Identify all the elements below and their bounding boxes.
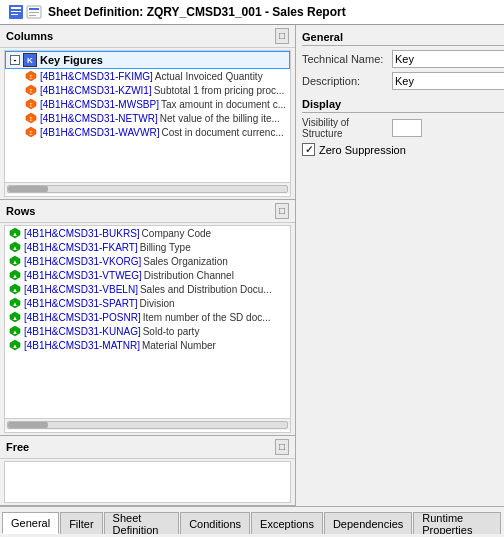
col-item-0[interactable]: Σ [4B1H&CMSD31-FKIMG] Actual Invoiced Qu… [5, 69, 290, 83]
col-code-1: [4B1H&CMSD31-KZWI1] [40, 85, 152, 96]
row-code-4: [4B1H&CMSD31-VBELN] [24, 284, 138, 295]
row-code-3: [4B1H&CMSD31-VTWEG] [24, 270, 142, 281]
svg-rect-6 [29, 12, 39, 13]
row-desc-6: Item number of the SD doc... [143, 312, 271, 323]
svg-text:▲: ▲ [12, 259, 18, 265]
field-icon-0: Σ [25, 70, 37, 82]
row-desc-4: Sales and Distribution Docu... [140, 284, 272, 295]
row-desc-2: Sales Organization [143, 256, 228, 267]
row-item-3[interactable]: ▲ [4B1H&CMSD31-VTWEG] Distribution Chann… [5, 268, 290, 282]
col-item-2[interactable]: Σ [4B1H&CMSD31-MWSBP] Tax amount in docu… [5, 97, 290, 111]
general-title: General [302, 31, 504, 46]
row-desc-7: Sold-to party [143, 326, 200, 337]
col-desc-4: Cost in document currenc... [161, 127, 283, 138]
row-code-2: [4B1H&CMSD31-VKORG] [24, 256, 141, 267]
svg-text:▲: ▲ [12, 273, 18, 279]
tab-conditions[interactable]: Conditions [180, 512, 250, 534]
rows-section-header: Rows □ [0, 200, 295, 223]
svg-text:Σ: Σ [29, 88, 32, 94]
free-content [4, 461, 291, 503]
tab-filter[interactable]: Filter [60, 512, 102, 534]
key-figures-icon: K [23, 53, 37, 67]
row-field-icon-6: ▲ [9, 311, 21, 323]
col-item-3[interactable]: Σ [4B1H&CMSD31-NETWR] Net value of the b… [5, 111, 290, 125]
tab-filter-label: Filter [69, 518, 93, 530]
rows-resize-btn[interactable]: □ [275, 203, 289, 219]
svg-rect-5 [29, 8, 39, 10]
row-item-6[interactable]: ▲ [4B1H&CMSD31-POSNR] Item number of the… [5, 310, 290, 324]
tab-bar: General Filter Sheet Definition Conditio… [0, 506, 504, 534]
col-desc-0: Actual Invoiced Quantity [155, 71, 263, 82]
tab-dependencies-label: Dependencies [333, 518, 403, 530]
col-code-0: [4B1H&CMSD31-FKIMG] [40, 71, 153, 82]
technical-name-input[interactable] [392, 50, 504, 68]
col-desc-3: Net value of the billing ite... [160, 113, 280, 124]
row-item-4[interactable]: ▲ [4B1H&CMSD31-VBELN] Sales and Distribu… [5, 282, 290, 296]
row-item-8[interactable]: ▲ [4B1H&CMSD31-MATNR] Material Number [5, 338, 290, 352]
row-code-6: [4B1H&CMSD31-POSNR] [24, 312, 141, 323]
svg-text:▲: ▲ [12, 315, 18, 321]
row-field-icon-5: ▲ [9, 297, 21, 309]
row-code-0: [4B1H&CMSD31-BUKRS] [24, 228, 140, 239]
title-bar: Sheet Definition: ZQRY_CMSD31_001 - Sale… [0, 0, 504, 25]
rows-tree: ▲ [4B1H&CMSD31-BUKRS] Company Code ▲ [4B… [5, 226, 290, 418]
svg-text:▲: ▲ [12, 301, 18, 307]
field-icon-1: Σ [25, 84, 37, 96]
row-code-7: [4B1H&CMSD31-KUNAG] [24, 326, 141, 337]
rows-scrollbar[interactable] [5, 418, 290, 430]
row-item-1[interactable]: ▲ [4B1H&CMSD31-FKART] Billing Type [5, 240, 290, 254]
row-desc-5: Division [140, 298, 175, 309]
tab-general[interactable]: General [2, 512, 59, 534]
col-code-3: [4B1H&CMSD31-NETWR] [40, 113, 158, 124]
tab-sheet-definition[interactable]: Sheet Definition [104, 512, 180, 534]
columns-root-item[interactable]: - K Key Figures [5, 51, 290, 69]
zero-suppression-checkbox[interactable]: ✓ [302, 143, 315, 156]
row-field-icon-1: ▲ [9, 241, 21, 253]
description-input[interactable] [392, 72, 504, 90]
tab-runtime-properties-label: Runtime Properties [422, 512, 492, 535]
svg-text:▲: ▲ [12, 245, 18, 251]
row-code-8: [4B1H&CMSD31-MATNR] [24, 340, 140, 351]
col-item-1[interactable]: Σ [4B1H&CMSD31-KZWI1] Subtotal 1 from pr… [5, 83, 290, 97]
svg-rect-2 [11, 11, 21, 12]
display-section: Display Visibility of Structure ✓ Zero S… [302, 98, 504, 156]
zero-suppression-row[interactable]: ✓ Zero Suppression [302, 143, 504, 156]
tab-general-label: General [11, 517, 50, 529]
zero-suppression-label: Zero Suppression [319, 144, 406, 156]
tab-runtime-properties[interactable]: Runtime Properties [413, 512, 501, 534]
row-code-5: [4B1H&CMSD31-SPART] [24, 298, 138, 309]
columns-root-label: Key Figures [40, 54, 103, 66]
tab-dependencies[interactable]: Dependencies [324, 512, 412, 534]
rows-label: Rows [6, 205, 35, 217]
technical-name-row: Technical Name: [302, 50, 504, 68]
row-field-icon-7: ▲ [9, 325, 21, 337]
columns-resize-btn[interactable]: □ [275, 28, 289, 44]
columns-scrollbar[interactable] [5, 182, 290, 194]
row-field-icon-0: ▲ [9, 227, 21, 239]
title-icon [8, 4, 42, 20]
window-title: Sheet Definition: ZQRY_CMSD31_001 - Sale… [48, 5, 346, 19]
row-desc-0: Company Code [142, 228, 211, 239]
svg-rect-7 [29, 15, 36, 16]
row-item-0[interactable]: ▲ [4B1H&CMSD31-BUKRS] Company Code [5, 226, 290, 240]
tab-sheet-definition-label: Sheet Definition [113, 512, 171, 535]
free-section-header: Free □ [0, 436, 295, 459]
visibility-input[interactable] [392, 119, 422, 137]
tab-exceptions-label: Exceptions [260, 518, 314, 530]
row-code-1: [4B1H&CMSD31-FKART] [24, 242, 138, 253]
technical-name-label: Technical Name: [302, 53, 392, 65]
tab-exceptions[interactable]: Exceptions [251, 512, 323, 534]
svg-text:▲: ▲ [12, 343, 18, 349]
row-item-5[interactable]: ▲ [4B1H&CMSD31-SPART] Division [5, 296, 290, 310]
col-desc-1: Subtotal 1 from pricing proc... [154, 85, 285, 96]
general-section: General Technical Name: Description: [302, 31, 504, 90]
col-item-4[interactable]: Σ [4B1H&CMSD31-WAVWR] Cost in document c… [5, 125, 290, 139]
tab-conditions-label: Conditions [189, 518, 241, 530]
col-code-4: [4B1H&CMSD31-WAVWR] [40, 127, 159, 138]
expand-icon[interactable]: - [10, 55, 20, 65]
row-field-icon-3: ▲ [9, 269, 21, 281]
columns-label: Columns [6, 30, 53, 42]
row-item-2[interactable]: ▲ [4B1H&CMSD31-VKORG] Sales Organization [5, 254, 290, 268]
free-resize-btn[interactable]: □ [275, 439, 289, 455]
row-item-7[interactable]: ▲ [4B1H&CMSD31-KUNAG] Sold-to party [5, 324, 290, 338]
